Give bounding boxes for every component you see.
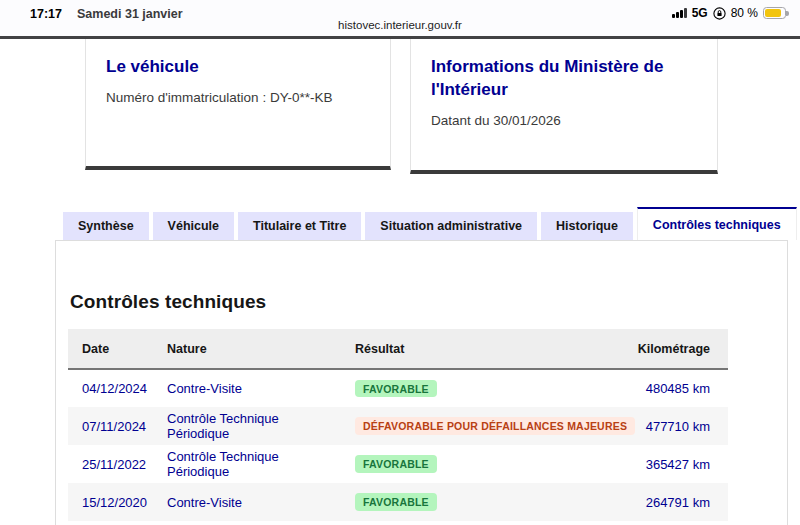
vehicle-card-title: Le véhicule bbox=[106, 56, 370, 79]
cell-date: 07/11/2024 bbox=[68, 407, 153, 445]
table-row: 04/12/2024 Contre-Visite FAVORABLE 48048… bbox=[68, 369, 728, 407]
tab-synthese[interactable]: Synthèse bbox=[63, 212, 149, 240]
cell-nature: Contrôle Technique Périodique bbox=[153, 445, 341, 483]
vehicle-card: Le véhicule Numéro d'immatriculation : D… bbox=[85, 39, 391, 170]
cell-date: 04/12/2024 bbox=[68, 369, 153, 407]
cell-date: 25/11/2022 bbox=[68, 445, 153, 483]
status-bar: 17:17 Samedi 31 janvier histovec.interie… bbox=[0, 0, 800, 36]
status-badge: FAVORABLE bbox=[355, 493, 437, 511]
address-bar[interactable]: histovec.interieur.gouv.fr bbox=[0, 19, 800, 31]
col-header-kilometrage: Kilométrage bbox=[631, 329, 728, 369]
ministry-info-card-title: Informations du Ministère de l'Intérieur bbox=[431, 56, 697, 102]
cell-kilometrage: 480485 km bbox=[631, 369, 728, 407]
cell-resultat: DÉFAVORABLE POUR DÉFAILLANCES MAJEURES bbox=[341, 407, 631, 445]
table-header-row: Date Nature Résultat Kilométrage bbox=[68, 329, 728, 369]
ministry-info-card-date: Datant du 30/01/2026 bbox=[431, 113, 697, 128]
tab-controles-techniques[interactable]: Contrôles techniques bbox=[637, 207, 797, 240]
tab-situation-administrative[interactable]: Situation administrative bbox=[365, 212, 537, 240]
tab-titulaire-et-titre[interactable]: Titulaire et Titre bbox=[238, 212, 361, 240]
col-header-date: Date bbox=[68, 329, 153, 369]
table-row: 25/11/2022 Contrôle Technique Périodique… bbox=[68, 445, 728, 483]
col-header-nature: Nature bbox=[153, 329, 341, 369]
cellular-signal-icon bbox=[672, 8, 687, 18]
status-badge: FAVORABLE bbox=[355, 380, 437, 398]
status-indicators: 5G 80 % bbox=[672, 6, 786, 20]
col-header-resultat: Résultat bbox=[341, 329, 631, 369]
battery-percent-label: 80 % bbox=[731, 6, 758, 20]
vehicle-card-registration: Numéro d'immatriculation : DY-0**-KB bbox=[106, 90, 370, 105]
ministry-info-card: Informations du Ministère de l'Intérieur… bbox=[410, 39, 718, 174]
network-type-label: 5G bbox=[692, 6, 708, 20]
cell-resultat: FAVORABLE bbox=[341, 369, 631, 407]
cell-kilometrage: 477710 km bbox=[631, 407, 728, 445]
cell-resultat: FAVORABLE bbox=[341, 483, 631, 521]
cell-nature: Contrôle Technique Périodique bbox=[153, 407, 341, 445]
table-row: 07/11/2024 Contrôle Technique Périodique… bbox=[68, 407, 728, 445]
battery-icon bbox=[763, 7, 786, 19]
tab-historique[interactable]: Historique bbox=[541, 212, 633, 240]
orientation-lock-icon bbox=[713, 7, 726, 20]
table-row: 15/12/2020 Contre-Visite FAVORABLE 26479… bbox=[68, 483, 728, 521]
cell-date: 15/12/2020 bbox=[68, 483, 153, 521]
controles-techniques-panel: Contrôles techniques Date Nature Résulta… bbox=[55, 240, 788, 525]
report-tabs: Synthèse Véhicule Titulaire et Titre Sit… bbox=[63, 207, 800, 240]
technical-inspections-table: Date Nature Résultat Kilométrage 04/12/2… bbox=[68, 329, 728, 521]
cell-kilometrage: 264791 km bbox=[631, 483, 728, 521]
cell-nature: Contre-Visite bbox=[153, 483, 341, 521]
cell-kilometrage: 365427 km bbox=[631, 445, 728, 483]
section-heading: Contrôles techniques bbox=[70, 291, 787, 313]
cell-nature: Contre-Visite bbox=[153, 369, 341, 407]
tab-vehicule[interactable]: Véhicule bbox=[153, 212, 234, 240]
status-badge: FAVORABLE bbox=[355, 455, 437, 473]
cell-resultat: FAVORABLE bbox=[341, 445, 631, 483]
status-badge: DÉFAVORABLE POUR DÉFAILLANCES MAJEURES bbox=[355, 417, 635, 435]
